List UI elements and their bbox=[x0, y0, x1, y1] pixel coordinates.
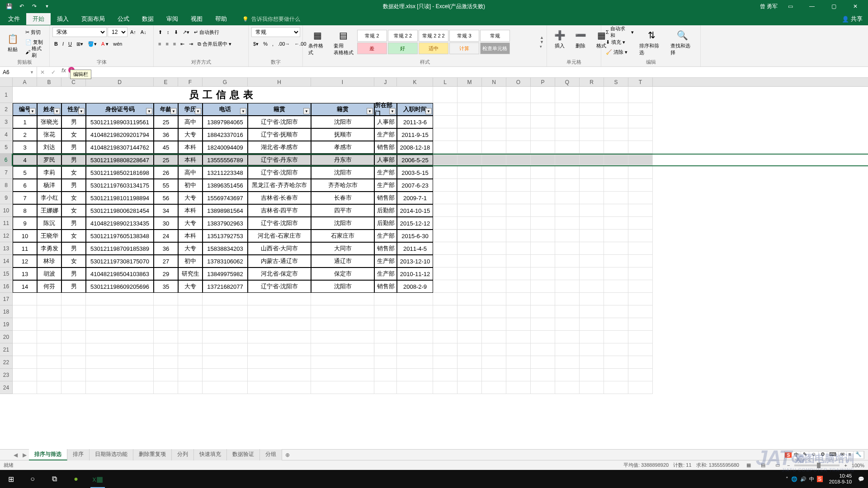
gallery-down-icon[interactable]: ▼ bbox=[540, 40, 544, 44]
table-cell[interactable]: 河北省-保定市 bbox=[248, 267, 311, 280]
select-all-corner[interactable] bbox=[0, 78, 13, 86]
table-cell[interactable]: 6 bbox=[13, 179, 37, 192]
table-cell[interactable]: 大专 bbox=[178, 217, 203, 230]
table-cell[interactable]: 男 bbox=[61, 141, 86, 154]
table-header[interactable]: 入职时间▼ bbox=[397, 103, 433, 116]
table-cell[interactable]: 沈阳市 bbox=[311, 116, 374, 128]
table-header[interactable]: 年龄▼ bbox=[154, 103, 178, 116]
row-header[interactable]: 5 bbox=[0, 141, 13, 154]
table-cell[interactable]: 530121197605138348 bbox=[86, 230, 154, 242]
col-header[interactable]: L bbox=[433, 78, 458, 86]
insert-cells-button[interactable]: ➕插入 bbox=[550, 27, 570, 50]
table-header[interactable]: 姓名▼ bbox=[37, 103, 61, 116]
col-header[interactable]: C bbox=[61, 78, 86, 86]
table-cell[interactable]: 生产部 bbox=[374, 179, 397, 192]
save-icon[interactable]: 💾 bbox=[4, 1, 14, 12]
row-header[interactable]: 24 bbox=[0, 381, 13, 394]
col-header[interactable]: E bbox=[154, 78, 178, 86]
table-cell[interactable]: 山西省-大同市 bbox=[248, 242, 311, 255]
table-cell[interactable]: 29 bbox=[154, 267, 178, 280]
table-cell[interactable]: 24 bbox=[154, 230, 178, 242]
tray-sogou-icon[interactable]: S bbox=[817, 476, 823, 482]
table-header[interactable]: 所在部门▼ bbox=[374, 103, 397, 116]
table-header[interactable]: 籍贯▼ bbox=[248, 103, 311, 116]
filter-dropdown-icon[interactable]: ▼ bbox=[29, 108, 36, 114]
table-cell[interactable]: 湖北省-孝感市 bbox=[248, 141, 311, 154]
style-item[interactable]: 计算 bbox=[449, 42, 479, 54]
table-cell[interactable]: 高中 bbox=[178, 166, 203, 179]
table-cell[interactable]: 5 bbox=[13, 166, 37, 179]
table-cell[interactable]: 陈沉 bbox=[37, 217, 61, 230]
find-select-button[interactable]: 🔍查找和选择 bbox=[668, 27, 698, 57]
font-size-select[interactable]: 12 bbox=[108, 27, 127, 37]
table-cell[interactable]: 1 bbox=[13, 116, 37, 128]
filter-dropdown-icon[interactable]: ▼ bbox=[240, 108, 246, 114]
tab-文件[interactable]: 文件 bbox=[2, 13, 26, 25]
row-header[interactable]: 10 bbox=[0, 204, 13, 217]
sheet-nav-prev-icon[interactable]: ◀ bbox=[11, 452, 20, 458]
table-cell[interactable]: 9 bbox=[13, 217, 37, 230]
tab-数据[interactable]: 数据 bbox=[136, 13, 160, 25]
taskbar-clock[interactable]: 10:452018-9-10 bbox=[826, 473, 855, 485]
col-header[interactable]: D bbox=[86, 78, 154, 86]
table-cell[interactable]: 530121197308175070 bbox=[86, 255, 154, 267]
format-painter-button[interactable]: 🖌 格式刷 bbox=[24, 47, 47, 57]
gallery-more-icon[interactable]: ▾ bbox=[540, 44, 544, 49]
table-cell[interactable]: 女 bbox=[61, 192, 86, 204]
table-cell[interactable]: 抚顺市 bbox=[311, 128, 374, 141]
excel-taskbar-icon[interactable]: x▦ bbox=[87, 470, 108, 488]
enter-formula-icon[interactable]: ✓ bbox=[48, 67, 59, 78]
table-cell[interactable]: 杨洋 bbox=[37, 179, 61, 192]
table-cell[interactable]: 沈阳市 bbox=[311, 280, 374, 293]
table-cell[interactable]: 55 bbox=[154, 179, 178, 192]
table-cell[interactable]: 3 bbox=[13, 141, 37, 154]
wrap-text-button[interactable]: ↵ 自动换行 bbox=[192, 27, 221, 37]
tab-页面布局[interactable]: 页面布局 bbox=[75, 13, 111, 25]
table-cell[interactable]: 张晓光 bbox=[37, 116, 61, 128]
table-cell[interactable]: 研究生 bbox=[178, 267, 203, 280]
col-header[interactable]: H bbox=[248, 78, 311, 86]
percent-icon[interactable]: % bbox=[261, 39, 269, 49]
table-cell[interactable]: 河北省-石家庄市 bbox=[248, 230, 311, 242]
ime-button[interactable]: ≡ bbox=[847, 451, 854, 458]
table-cell[interactable]: 生产部 bbox=[374, 166, 397, 179]
sheet-tab[interactable]: 快速填充 bbox=[194, 449, 227, 460]
col-header[interactable]: K bbox=[397, 78, 433, 86]
table-cell[interactable]: 女 bbox=[61, 255, 86, 267]
table-cell[interactable]: 沈阳市 bbox=[311, 166, 374, 179]
table-cell[interactable]: 36 bbox=[154, 242, 178, 255]
row-header[interactable]: 4 bbox=[0, 128, 13, 141]
table-cell[interactable]: 本科 bbox=[178, 230, 203, 242]
fill-color-icon[interactable]: 🪣▾ bbox=[86, 39, 99, 49]
table-cell[interactable]: 李莉 bbox=[37, 166, 61, 179]
delete-cells-button[interactable]: ➖删除 bbox=[571, 27, 590, 50]
row-header[interactable]: 18 bbox=[0, 305, 13, 318]
table-header[interactable]: 籍贯▼ bbox=[311, 103, 374, 116]
table-cell[interactable]: 14 bbox=[13, 280, 37, 293]
undo-icon[interactable]: ↶ bbox=[16, 1, 27, 12]
table-cell[interactable]: 生产部 bbox=[374, 267, 397, 280]
table-cell[interactable]: 13837902963 bbox=[203, 217, 248, 230]
align-center-icon[interactable]: ≡ bbox=[164, 39, 170, 49]
table-cell[interactable]: 2008-12-18 bbox=[397, 141, 433, 154]
filter-dropdown-icon[interactable]: ▼ bbox=[54, 108, 60, 114]
table-cell[interactable]: 12 bbox=[13, 255, 37, 267]
number-format-select[interactable]: 常规 bbox=[251, 27, 300, 37]
table-cell[interactable]: 2 bbox=[13, 128, 37, 141]
table-cell[interactable]: 齐齐哈尔市 bbox=[311, 179, 374, 192]
table-cell[interactable]: 人事部 bbox=[374, 155, 397, 165]
col-header[interactable]: T bbox=[628, 78, 653, 86]
style-item[interactable]: 常规 2 2 bbox=[388, 30, 418, 42]
bold-icon[interactable]: B bbox=[52, 39, 60, 49]
tab-审阅[interactable]: 审阅 bbox=[160, 13, 184, 25]
user-name[interactable]: 曾 勇军 bbox=[760, 3, 778, 10]
ime-button[interactable]: ⌨ bbox=[827, 451, 839, 458]
underline-icon[interactable]: U bbox=[66, 39, 74, 49]
phonetic-icon[interactable]: wén bbox=[111, 39, 124, 49]
filter-dropdown-icon[interactable]: ▼ bbox=[389, 108, 396, 114]
table-cell[interactable]: 四平市 bbox=[311, 204, 374, 217]
sheet-tab[interactable]: 分列 bbox=[172, 449, 194, 460]
close-icon[interactable]: ✕ bbox=[846, 0, 864, 13]
table-cell[interactable]: 2007-6-23 bbox=[397, 179, 433, 192]
table-cell[interactable]: 18842337016 bbox=[203, 128, 248, 141]
